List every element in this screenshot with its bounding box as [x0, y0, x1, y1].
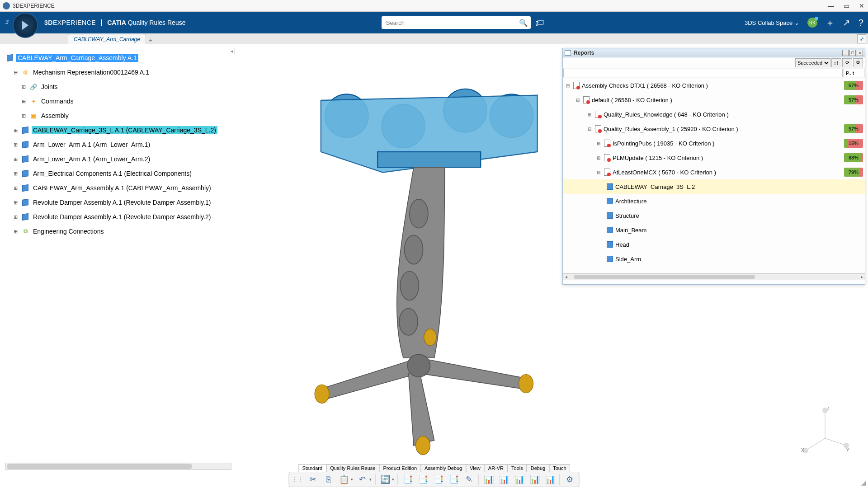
copy-button[interactable]: ⎘ [322, 473, 335, 486]
share-icon[interactable]: ↗ [843, 17, 850, 28]
tree-assembly[interactable]: ⊞ ▣ Assembly [4, 108, 234, 123]
edit-button[interactable]: ✎ [462, 473, 476, 486]
help-icon[interactable]: ? [859, 18, 863, 28]
report-row[interactable]: Architecture [563, 194, 865, 208]
tab-touch[interactable]: Touch [549, 464, 570, 472]
tab-standard[interactable]: Standard [298, 464, 326, 472]
tab-debug[interactable]: Debug [527, 464, 549, 472]
reports-col-name[interactable] [563, 69, 843, 77]
expand-icon[interactable]: ⊞ [595, 155, 602, 160]
expand-icon[interactable]: ⊞ [12, 142, 19, 148]
tag-icon[interactable]: 🏷 [535, 18, 544, 28]
tab-tools[interactable]: Tools [507, 464, 527, 472]
report-row[interactable]: Head [563, 237, 865, 252]
tree-resize-handle[interactable]: ◂│ [231, 48, 237, 54]
ds-logo-icon[interactable]: ᶾ [5, 17, 8, 28]
axis-indicator[interactable]: Z X Y [800, 407, 850, 456]
report-button-2[interactable]: 📊 [497, 473, 511, 486]
check-button-3[interactable]: 📑 [432, 473, 445, 486]
resize-grip[interactable]: ◢ [861, 479, 866, 486]
tab-quality-rules[interactable]: Quality Rules Reuse [326, 464, 379, 472]
report-row[interactable]: ⊞ Quality_Rules_Knowledge ( 648 - KO Cri… [563, 107, 865, 122]
tab-cableway[interactable]: CABLEWAY_Arm_Carriage [68, 34, 146, 44]
reports-close[interactable]: × [857, 50, 863, 56]
report-row[interactable]: Main_Beam [563, 223, 865, 237]
tree-arm-assembly[interactable]: ⊞ CABLEWAY_Arm_Assembly A.1 (CABLEWAY_Ar… [4, 181, 234, 195]
tree-damper-1[interactable]: ⊞ Revolute Damper Assembly A.1 (Revolute… [4, 195, 234, 210]
tree-eng-connections[interactable]: ⊞ ⧉ Engineering Connections [4, 224, 234, 239]
tab-ar-vr[interactable]: AR-VR [484, 464, 508, 472]
fullscreen-toggle[interactable]: ⤢ [857, 34, 866, 43]
tree-electrical[interactable]: ⊞ Arm_Electrical Components A.1 (Electri… [4, 166, 234, 181]
expand-icon[interactable]: ⊞ [20, 99, 27, 104]
maximize-button[interactable]: ▭ [843, 2, 850, 9]
reports-hscroll[interactable]: ◂ ▸ [563, 273, 865, 280]
expand-icon[interactable]: ⊞ [20, 84, 27, 90]
tree-commands[interactable]: ⊞ ✦ Commands [4, 94, 234, 108]
compass-icon[interactable] [13, 13, 38, 38]
report-button-4[interactable]: 📊 [528, 473, 542, 486]
scroll-thumb[interactable] [7, 464, 192, 469]
report-row[interactable]: ⊞ IsPointingPubs ( 19035 - KO Criterion … [563, 136, 865, 150]
report-row[interactable]: ⊟ Assembly Checks DTX1 ( 26568 - KO Crit… [563, 78, 865, 93]
expand-icon[interactable]: ⊞ [12, 171, 19, 177]
undo-button[interactable]: ↶ [356, 473, 369, 486]
update-button[interactable]: 🔄 [378, 473, 392, 486]
cut-button[interactable]: ✂ [307, 473, 320, 486]
expand-icon[interactable]: ⊞ [12, 214, 19, 220]
tree-lower-arm-1[interactable]: ⊞ Arm_Lower_Arm A.1 (Arm_Lower_Arm.1) [4, 137, 234, 152]
expand-icon[interactable]: ⊟ [586, 127, 593, 131]
3d-viewport[interactable] [240, 49, 588, 461]
settings-button[interactable]: ⚙ [563, 473, 576, 486]
expand-icon[interactable]: ⊞ [12, 127, 19, 133]
report-button-3[interactable]: 📊 [513, 473, 526, 486]
reports-col-percent[interactable]: P...t [844, 69, 864, 77]
tree-damper-2[interactable]: ⊞ Revolute Damper Assembly A.1 (Revolute… [4, 210, 234, 224]
report-row[interactable]: CABLEWAY_Carriage_3S_L.2 [563, 179, 865, 194]
toolbar-grip[interactable]: ⋮⋮ [292, 476, 303, 483]
check-button-2[interactable]: 📑 [416, 473, 430, 486]
expand-icon[interactable]: ⊞ [586, 112, 593, 117]
tab-view[interactable]: View [466, 464, 485, 472]
paste-button[interactable]: 📋 [337, 473, 351, 486]
expand-icon[interactable]: ⊞ [12, 185, 19, 191]
tree-carriage[interactable]: ⊞ CABLEWAY_Carriage_3S_L A.1 (CABLEWAY_C… [4, 123, 234, 137]
close-button[interactable]: ✕ [858, 2, 865, 9]
expand-icon[interactable]: ⊞ [12, 156, 19, 162]
tree-lower-arm-2[interactable]: ⊞ Arm_Lower_Arm A.1 (Arm_Lower_Arm.2) [4, 152, 234, 166]
report-row[interactable]: ⊟ Quality_Rules_Assembly_1 ( 25920 - KO … [563, 122, 865, 136]
reports-maximize[interactable]: □ [849, 50, 856, 56]
tree-mechanism[interactable]: ⊟ ⚙ Mechanism Representation00012469 A.1 [4, 65, 234, 80]
expand-icon[interactable]: ⊟ [565, 83, 571, 88]
reports-sort-button[interactable]: ↕‡ [831, 58, 841, 67]
reports-titlebar[interactable]: Reports _ □ × [563, 48, 865, 57]
collab-space-menu[interactable]: 3DS Collab Space ⌄ [745, 19, 799, 26]
report-row[interactable]: Structure [563, 208, 865, 223]
reports-settings-button[interactable]: ⚙ [853, 58, 863, 67]
expand-icon[interactable]: ⊟ [12, 70, 19, 75]
check-button-4[interactable]: 📑 [447, 473, 461, 486]
report-row[interactable]: ⊟ default ( 26568 - KO Criterion ) 57% [563, 93, 865, 107]
report-button-1[interactable]: 📊 [482, 473, 495, 486]
tree-hscroll[interactable] [5, 463, 231, 470]
avatar[interactable]: RK [807, 18, 817, 28]
expand-icon[interactable]: ⊟ [575, 98, 581, 103]
tree-root[interactable]: CABLEWAY_Arm_Carriage_Assembly A.1 [4, 51, 234, 65]
report-row[interactable]: ⊞ PLMUpdate ( 1215 - KO Criterion ) 88% [563, 150, 865, 165]
expand-icon[interactable]: ⊞ [20, 113, 27, 119]
check-button-1[interactable]: 📑 [401, 473, 415, 486]
report-button-5[interactable]: 📊 [543, 473, 557, 486]
reports-minimize[interactable]: _ [842, 50, 849, 56]
search-icon[interactable]: 🔍 [518, 19, 529, 27]
tab-add-button[interactable]: + [149, 37, 152, 44]
expand-icon[interactable]: ⊟ [595, 170, 602, 175]
expand-icon[interactable]: ⊞ [595, 141, 602, 146]
reports-filter-select[interactable]: Succeeded [795, 58, 830, 67]
tree-joints[interactable]: ⊞ 🔗 Joints [4, 80, 234, 94]
add-icon[interactable]: ＋ [826, 17, 835, 29]
reports-refresh-button[interactable]: ⟳ [842, 58, 852, 67]
expand-icon[interactable]: ⊞ [12, 229, 19, 235]
minimize-button[interactable]: — [827, 2, 835, 9]
tab-product-edition[interactable]: Product Edition [379, 464, 421, 472]
search-input[interactable] [382, 16, 531, 29]
